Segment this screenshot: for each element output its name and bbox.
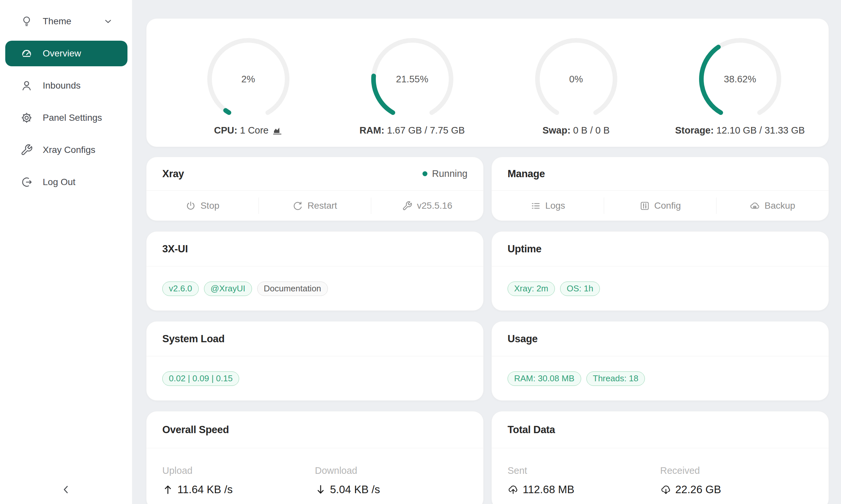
stat-label: Received: [660, 465, 813, 476]
documentation-badge[interactable]: Documentation: [257, 282, 328, 296]
cloud-server-icon: [750, 201, 760, 211]
cpu-label: CPU: 1 Core: [214, 125, 282, 136]
reload-icon: [293, 201, 303, 211]
speedometer-icon: [20, 47, 33, 60]
ram-usage-badge: RAM: 30.08 MB: [508, 372, 581, 386]
sidebar-item-label: Log Out: [43, 177, 113, 187]
xray-stop-button[interactable]: Stop: [147, 191, 259, 221]
sidebar-item-panel-settings[interactable]: Panel Settings: [5, 105, 127, 131]
load-average-badge: 0.02 | 0.09 | 0.15: [162, 372, 239, 386]
storage-label: Storage: 12.10 GB / 31.33 GB: [675, 125, 805, 136]
version-badge[interactable]: v2.6.0: [162, 282, 199, 296]
status-dot-icon: [423, 171, 427, 176]
power-icon: [186, 201, 196, 211]
ram-percent: 21.55%: [370, 36, 455, 122]
lightbulb-icon: [20, 15, 33, 28]
storage-gauge: 38.62%: [698, 36, 783, 122]
swap-gauge: 0%: [533, 36, 619, 122]
threads-badge: Threads: 18: [586, 372, 645, 386]
sidebar-item-inbounds[interactable]: Inbounds: [5, 73, 127, 98]
card-title: Xray: [162, 168, 184, 180]
stat-value: 11.64 KB /s: [177, 483, 233, 496]
cpu-gauge: 2%: [206, 36, 291, 122]
xray-version-button[interactable]: v25.5.16: [371, 191, 483, 221]
xray-restart-button[interactable]: Restart: [259, 191, 371, 221]
wrench-icon: [20, 144, 33, 156]
card-title: Uptime: [508, 243, 542, 255]
xui-card: 3X-UI v2.6.0 @XrayUI Documentation: [146, 231, 484, 311]
user-icon: [20, 79, 33, 92]
sidebar-item-label: Xray Configs: [43, 145, 113, 155]
xray-status: Running: [423, 168, 467, 179]
stat-value: 112.68 MB: [523, 483, 574, 496]
manage-card: Manage Logs: [492, 157, 829, 221]
overall-speed-card: Overall Speed Upload 11.64 KB /s: [146, 411, 484, 504]
sidebar-collapse-button[interactable]: [0, 484, 132, 496]
ram-label: RAM: 1.67 GB / 7.75 GB: [359, 125, 465, 136]
sidebar-item-label: Theme: [43, 16, 93, 26]
logout-icon: [20, 176, 33, 188]
ram-gauge: 21.55%: [370, 36, 455, 122]
total-data-card: Total Data Sent 112.68 MB: [492, 411, 829, 504]
card-title: Overall Speed: [162, 424, 229, 436]
telegram-badge[interactable]: @XrayUI: [204, 282, 252, 296]
xray-card: Xray Running Stop: [146, 157, 484, 221]
download-stat: Download 5.04 KB /s: [315, 465, 468, 496]
sidebar-item-overview[interactable]: Overview: [5, 41, 127, 66]
card-title: Total Data: [508, 424, 555, 436]
chevron-down-icon: [103, 16, 113, 26]
arrow-down-icon: [315, 484, 326, 495]
sidebar-item-log-out[interactable]: Log Out: [5, 169, 127, 195]
usage-card: Usage RAM: 30.08 MB Threads: 18: [492, 321, 829, 401]
status-label: Running: [432, 168, 467, 179]
stat-value: 22.26 GB: [675, 483, 721, 496]
stat-label: Upload: [162, 465, 315, 476]
card-title: 3X-UI: [162, 243, 188, 255]
gauge-swap: 0% Swap: 0 B / 0 B: [494, 36, 658, 147]
storage-percent: 38.62%: [698, 36, 783, 122]
gauge-cpu: 2% CPU: 1 Core: [166, 36, 330, 147]
gear-icon: [20, 111, 33, 124]
swap-percent: 0%: [533, 36, 619, 122]
arrow-up-icon: [162, 484, 173, 495]
main-content: 2% CPU: 1 Core 21.55%: [132, 0, 841, 504]
sidebar-item-label: Overview: [43, 48, 113, 59]
card-title: System Load: [162, 333, 225, 345]
cloud-upload-icon: [508, 484, 519, 495]
cloud-download-icon: [660, 484, 671, 495]
card-title: Usage: [508, 333, 538, 345]
chevron-left-icon: [60, 484, 72, 496]
cpu-history-chart-icon[interactable]: [272, 125, 282, 136]
os-uptime-badge: OS: 1h: [560, 282, 600, 296]
stat-label: Sent: [508, 465, 660, 476]
sidebar-item-theme[interactable]: Theme: [5, 8, 127, 34]
card-title: Manage: [508, 168, 545, 180]
system-gauges-card: 2% CPU: 1 Core 21.55%: [146, 18, 829, 147]
gauge-storage: 38.62% Storage: 12.10 GB / 31.33 GB: [658, 36, 822, 147]
list-icon: [531, 201, 541, 211]
sidebar-item-label: Panel Settings: [43, 112, 113, 123]
manage-backup-button[interactable]: Backup: [717, 191, 828, 221]
manage-logs-button[interactable]: Logs: [492, 191, 604, 221]
stat-value: 5.04 KB /s: [330, 483, 380, 496]
sidebar-item-label: Inbounds: [43, 80, 113, 91]
stat-label: Download: [315, 465, 468, 476]
sent-stat: Sent 112.68 MB: [508, 465, 660, 496]
sidebar-nav: Theme Overview: [0, 8, 132, 195]
gauge-ram: 21.55% RAM: 1.67 GB / 7.75 GB: [330, 36, 494, 147]
cpu-percent: 2%: [206, 36, 291, 122]
xray-uptime-badge: Xray: 2m: [508, 282, 555, 296]
upload-stat: Upload 11.64 KB /s: [162, 465, 315, 496]
sliders-icon: [640, 201, 650, 211]
system-load-card: System Load 0.02 | 0.09 | 0.15: [146, 321, 484, 401]
swap-label: Swap: 0 B / 0 B: [543, 125, 610, 136]
wrench-icon: [402, 201, 412, 211]
sidebar-item-xray-configs[interactable]: Xray Configs: [5, 137, 127, 163]
uptime-card: Uptime Xray: 2m OS: 1h: [492, 231, 829, 311]
manage-config-button[interactable]: Config: [604, 191, 716, 221]
sidebar: Theme Overview: [0, 0, 132, 504]
received-stat: Received 22.26 GB: [660, 465, 813, 496]
